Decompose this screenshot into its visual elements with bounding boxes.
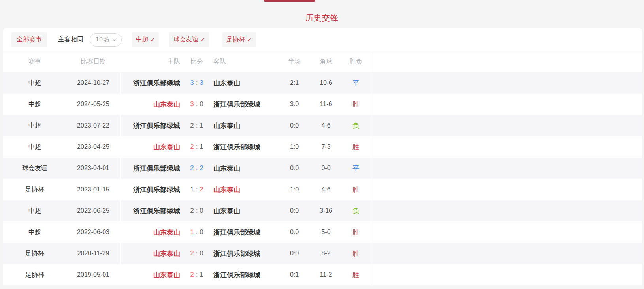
away-score: 1	[200, 122, 203, 129]
halftime-cell: 0:0	[277, 250, 312, 257]
filter-cup-label: 足协杯	[226, 36, 245, 44]
score-cell: 2:2	[180, 164, 213, 172]
match-count-value: 10场	[96, 36, 109, 44]
table-row: 中超 2024-10-27 浙江俱乐部绿城 3:3 山东泰山 2:1 10-6 …	[3, 72, 642, 94]
score-cell: 1:0	[180, 228, 213, 236]
corners-cell: 0-0	[312, 165, 340, 172]
home-team-cell: 浙江俱乐部绿城	[120, 79, 180, 88]
away-score: 1	[200, 271, 203, 278]
score-cell: 3:0	[180, 100, 213, 108]
result-cell: 胜	[340, 185, 372, 194]
halftime-cell: 0:1	[277, 271, 312, 278]
active-tab-underline	[264, 0, 315, 2]
column-header-score: 比分	[180, 58, 213, 66]
filter-cup-button[interactable]: 足协杯	[222, 32, 256, 47]
filter-league-button[interactable]: 中超	[132, 32, 159, 47]
score-cell: 2:1	[180, 271, 213, 279]
score-cell: 2:0	[180, 250, 213, 257]
league-cell: 中超	[3, 122, 66, 130]
check-icon	[247, 36, 252, 43]
league-cell: 中超	[3, 207, 66, 215]
date-cell: 2019-05-01	[66, 271, 120, 278]
table-row: 足协杯 2020-11-29 山东泰山 2:0 浙江俱乐部绿城 0:0 8-2 …	[3, 243, 642, 264]
table-row: 足协杯 2023-01-15 浙江俱乐部绿城 1:2 山东泰山 1:0 4-6 …	[3, 179, 642, 200]
column-header-league: 赛事	[3, 58, 66, 66]
date-cell: 2024-05-25	[66, 101, 120, 108]
table-row: 中超 2023-04-25 山东泰山 2:1 浙江俱乐部绿城 1:0 7-3 胜	[3, 136, 642, 158]
match-count-dropdown[interactable]: 10场	[90, 33, 122, 47]
away-score: 2	[200, 186, 203, 193]
result-cell: 平	[340, 164, 372, 173]
home-team-cell: 浙江俱乐部绿城	[120, 206, 180, 216]
score-colon: :	[196, 186, 198, 193]
league-cell: 足协杯	[3, 186, 66, 194]
league-cell: 中超	[3, 100, 66, 109]
league-cell: 足协杯	[3, 271, 66, 279]
column-header-away: 客队	[213, 58, 277, 66]
result-cell: 胜	[340, 228, 372, 237]
corners-cell: 4-6	[312, 122, 340, 129]
corners-cell: 11-2	[312, 271, 340, 278]
away-team-cell: 浙江俱乐部绿城	[213, 228, 277, 237]
league-cell: 足协杯	[3, 250, 66, 258]
score-colon: :	[196, 250, 198, 257]
column-header-home: 主队	[120, 58, 180, 66]
away-team-cell: 浙江俱乐部绿城	[213, 249, 277, 258]
date-cell: 2023-04-25	[66, 143, 120, 150]
history-panel: 全部赛事 主客相同 10场 中超 球会友谊 足协杯 赛事 比赛日期 主队 比分 …	[3, 28, 642, 285]
home-score: 2	[190, 122, 194, 129]
score-colon: :	[196, 122, 198, 129]
corners-cell: 5-0	[312, 229, 340, 236]
filter-all-button[interactable]: 全部赛事	[11, 32, 47, 47]
check-icon	[150, 36, 155, 43]
filter-friendly-label: 球会友谊	[173, 36, 198, 44]
date-cell: 2024-10-27	[66, 79, 120, 86]
away-team-cell: 山东泰山	[213, 185, 277, 194]
home-team-cell: 浙江俱乐部绿城	[120, 185, 180, 194]
result-cell: 胜	[340, 270, 372, 280]
home-score: 3	[190, 79, 194, 86]
date-cell: 2022-06-03	[66, 229, 120, 236]
head-to-head-table: 赛事 比赛日期 主队 比分 客队 半场 角球 胜负 中超 2024-10-27 …	[3, 51, 642, 285]
home-team-cell: 山东泰山	[120, 270, 180, 280]
league-cell: 中超	[3, 79, 66, 87]
score-colon: :	[196, 143, 198, 150]
table-row: 中超 2022-06-25 浙江俱乐部绿城 2:0 山东泰山 0:0 3-16 …	[3, 200, 642, 221]
league-cell: 中超	[3, 143, 66, 151]
away-score: 0	[200, 207, 203, 214]
away-score: 1	[200, 143, 203, 150]
column-header-date: 比赛日期	[66, 58, 120, 66]
table-row: 中超 2022-06-03 山东泰山 1:0 浙江俱乐部绿城 0:0 5-0 胜	[3, 221, 642, 243]
filter-bar: 全部赛事 主客相同 10场 中超 球会友谊 足协杯	[3, 28, 642, 51]
home-score: 2	[190, 271, 194, 278]
score-cell: 2:1	[180, 143, 213, 151]
corners-cell: 10-6	[312, 79, 340, 86]
filter-friendly-button[interactable]: 球会友谊	[169, 32, 209, 47]
result-cell: 平	[340, 79, 372, 88]
score-cell: 2:1	[180, 122, 213, 129]
away-score: 3	[200, 79, 203, 86]
home-score: 1	[190, 186, 194, 193]
column-header-corners: 角球	[312, 58, 340, 66]
result-cell: 胜	[340, 100, 372, 109]
away-score: 2	[200, 164, 203, 172]
score-colon: :	[196, 271, 198, 278]
score-colon: :	[196, 79, 198, 86]
halftime-cell: 0:0	[277, 165, 312, 172]
halftime-cell: 2:1	[277, 79, 312, 86]
home-team-cell: 山东泰山	[120, 228, 180, 237]
score-colon: :	[196, 164, 198, 172]
away-team-cell: 山东泰山	[213, 206, 277, 216]
result-cell: 胜	[340, 143, 372, 152]
home-score: 2	[190, 143, 194, 150]
away-team-cell: 浙江俱乐部绿城	[213, 270, 277, 280]
away-team-cell: 浙江俱乐部绿城	[213, 100, 277, 109]
home-score: 1	[190, 228, 194, 236]
home-team-cell: 山东泰山	[120, 143, 180, 152]
date-cell: 2020-11-29	[66, 250, 120, 257]
table-body: 中超 2024-10-27 浙江俱乐部绿城 3:3 山东泰山 2:1 10-6 …	[3, 72, 642, 285]
home-away-same-label: 主客相同	[58, 36, 83, 44]
column-header-halftime: 半场	[277, 58, 312, 66]
away-team-cell: 山东泰山	[213, 79, 277, 88]
away-score: 0	[200, 100, 203, 108]
